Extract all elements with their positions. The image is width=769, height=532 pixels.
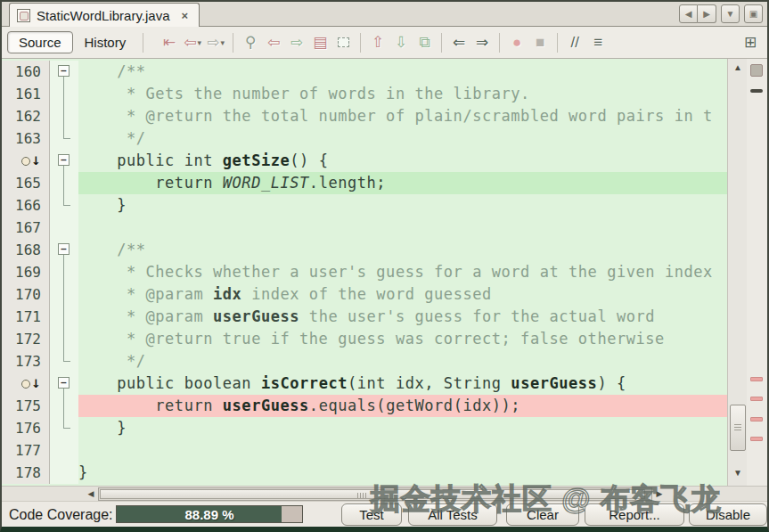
dropdown-caret-icon[interactable]: ▾ [221,38,225,47]
red-coverage-stripe-mark[interactable] [750,417,763,422]
find-next-icon[interactable]: ⇨ [285,32,308,53]
start-macro-recording-icon[interactable]: ● [505,32,528,53]
code-text[interactable]: /** [78,239,727,261]
horizontal-scrollbar-thumb[interactable] [100,489,645,499]
last-edit-location-icon[interactable]: ⇤ [158,32,181,53]
toggle-bookmark-icon[interactable]: ⧉ [413,32,436,53]
find-selection-icon[interactable]: ⚲ [239,32,262,53]
line-number[interactable]: 177 [2,439,50,462]
tab-staticwordlibrary[interactable]: StaticWordLibrary.java × [9,3,200,27]
line-number[interactable]: 163 [2,127,50,150]
fold-marker[interactable]: − [50,372,78,395]
scroll-tabs-right-button[interactable]: ▶ [698,4,716,23]
line-number[interactable]: 167 [2,217,50,239]
back-icon[interactable]: ⇦▾ [181,32,204,53]
line-number[interactable]: 161 [2,83,50,105]
code-text[interactable]: } [78,462,727,484]
horizontal-scrollbar-track[interactable] [98,487,652,501]
scroll-left-icon[interactable]: ◀ [84,487,98,501]
next-bookmark-icon[interactable]: ⇩ [389,32,413,53]
shift-line-right-icon-glyph: ⇒ [476,33,488,52]
code-text[interactable]: * @param idx index of the word guessed [78,283,727,306]
split-window-icon[interactable]: ⊞ [739,32,762,53]
code-text[interactable]: * Checks whether a user's guess for a wo… [78,261,727,283]
code-text[interactable]: * @param userGuess the user's guess for … [78,306,727,328]
vertical-scrollbar-thumb[interactable] [730,405,746,451]
history-view-button[interactable]: History [73,31,138,53]
forward-icon[interactable]: ⇨▾ [204,32,227,53]
line-number[interactable]: 169 [2,261,50,283]
report-button[interactable]: Report... [585,503,684,526]
code-text[interactable]: * @return true if the guess was correct;… [78,328,727,350]
toggle-highlight-search-icon[interactable]: ▤ [308,32,331,53]
fold-marker[interactable]: − [50,150,78,172]
code-text[interactable]: * @return the total number of plain/scra… [78,105,727,127]
hint-gutter-icon[interactable]: ↓ [2,372,50,395]
fold-marker [50,172,78,194]
line-number[interactable]: 172 [2,328,50,350]
code-text[interactable]: return userGuess.equals(getWord(idx)); [78,395,727,417]
stop-macro-recording-icon[interactable]: ■ [528,32,552,53]
test-button[interactable]: Test [341,503,402,526]
find-previous-icon[interactable]: ⇦ [262,32,285,53]
error-stripe[interactable] [747,59,767,501]
tab-list-dropdown-button[interactable]: ▼ [721,4,740,23]
line-number[interactable]: 178 [2,462,50,484]
source-view-button[interactable]: Source [7,31,73,53]
red-coverage-stripe-mark[interactable] [750,377,763,381]
dropdown-caret-icon[interactable]: ▾ [198,38,202,47]
stripe-caret-mark[interactable] [750,89,763,93]
code-text[interactable]: */ [78,350,727,372]
code-text[interactable]: */ [78,127,727,150]
vertical-scrollbar[interactable]: ▲ ▼ [727,59,747,486]
tab-close-icon[interactable]: × [182,9,189,22]
fold-marker [50,306,78,328]
red-coverage-stripe-mark[interactable] [750,397,763,401]
code-text[interactable]: } [78,417,727,439]
scroll-up-icon[interactable]: ▲ [728,61,748,75]
code-text[interactable]: public int getSize() { [78,150,727,172]
toolbar-separator [143,33,143,53]
code-text[interactable]: * Gets the number of words in the librar… [78,83,727,105]
maximize-window-button[interactable]: ▣ [744,4,763,23]
scroll-down-icon[interactable]: ▼ [728,466,748,480]
line-number[interactable]: 165 [2,172,50,194]
shift-line-right-icon[interactable]: ⇒ [470,32,494,53]
line-number[interactable]: 166 [2,194,50,217]
fold-marker [50,261,78,283]
code-editor[interactable]: 160− /**161 * Gets the number of words i… [2,59,727,486]
code-text[interactable]: /** [78,61,727,83]
code-text[interactable]: } [78,194,727,217]
disable-button[interactable]: Disable [689,503,767,526]
line-number[interactable]: 162 [2,105,50,127]
rectangular-selection-icon[interactable] [331,32,355,53]
scroll-right-icon[interactable]: ▶ [652,487,667,501]
code-text[interactable] [78,217,727,239]
line-number[interactable]: 176 [2,417,50,439]
clear-button[interactable]: Clear [506,503,579,526]
horizontal-scrollbar[interactable]: ◀ ▶ [84,487,667,501]
hint-gutter-icon[interactable]: ↓ [2,150,50,172]
previous-bookmark-icon[interactable]: ⇧ [366,32,389,53]
code-text[interactable]: public boolean isCorrect(int idx, String… [78,372,727,395]
fold-marker[interactable]: − [50,239,78,261]
line-number[interactable]: 173 [2,350,50,372]
code-text[interactable]: return WORD_LIST.length; [78,172,727,194]
line-number[interactable]: 160 [2,61,50,83]
uncomment-icon[interactable]: ≡ [586,32,609,53]
line-number[interactable]: 175 [2,395,50,417]
code-text[interactable] [78,439,727,462]
comment-icon[interactable]: // [563,32,586,53]
red-coverage-stripe-mark[interactable] [750,437,763,441]
all-tests-button[interactable]: All Tests [408,503,497,526]
shift-line-left-icon[interactable]: ⇐ [447,32,470,53]
down-arrow-icon: ↓ [31,155,41,167]
fold-marker [50,283,78,306]
code-line: 165 return WORD_LIST.length; [2,172,727,194]
fold-marker[interactable]: − [50,61,78,83]
scroll-tabs-left-button[interactable]: ◀ [679,4,698,23]
start-macro-recording-icon-glyph: ● [512,34,521,52]
line-number[interactable]: 170 [2,283,50,306]
line-number[interactable]: 168 [2,239,50,261]
line-number[interactable]: 171 [2,306,50,328]
